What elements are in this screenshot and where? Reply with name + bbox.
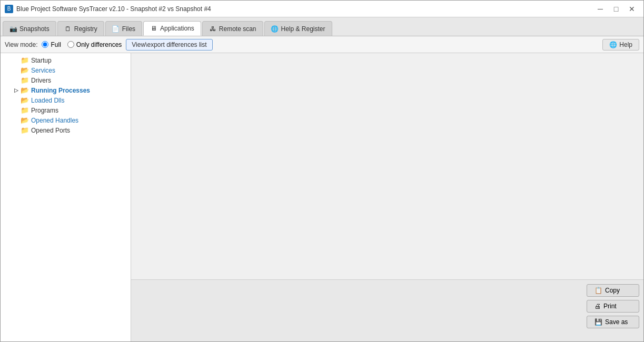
copy-label: Copy [605, 287, 620, 294]
window-controls: ─ □ ✕ [593, 4, 639, 14]
sidebar-item-services[interactable]: 📂Services [1, 65, 131, 75]
help-tab-label: Help & Register [281, 25, 325, 33]
sidebar-item-startup[interactable]: 📁Startup [1, 55, 131, 65]
sidebar-item-label-programs: Programs [31, 107, 58, 114]
folder-icon: 📂 [21, 116, 29, 124]
expand-icon [13, 57, 19, 64]
sidebar-item-label-startup: Startup [31, 57, 52, 64]
applications-tab-label: Applications [160, 25, 194, 32]
main-content: 📁Startup📂Services📁Drivers▷📂Running Proce… [1, 53, 643, 342]
sidebar-item-label-drivers: Drivers [31, 77, 51, 84]
view-mode-group: Full Only differences [42, 41, 122, 48]
remote-scan-tab-label: Remote scan [219, 25, 256, 33]
save-as-label: Save as [605, 318, 628, 326]
folder-icon: 📂 [21, 96, 29, 104]
tab-remote-scan[interactable]: 🖧Remote scan [202, 21, 263, 36]
sidebar-item-running-processes[interactable]: ▷📂Running Processes [1, 85, 131, 95]
sidebar-item-loaded-dlls[interactable]: 📂Loaded Dlls [1, 95, 131, 105]
help-icon: 🌐 [609, 41, 617, 48]
sidebar-item-programs[interactable]: 📁Programs [1, 105, 131, 115]
folder-icon: 📁 [21, 106, 29, 114]
expand-icon [13, 127, 19, 134]
diff-radio[interactable]: Only differences [67, 41, 122, 48]
full-radio-label: Full [51, 41, 61, 48]
sidebar-item-opened-ports[interactable]: 📁Opened Ports [1, 125, 131, 135]
folder-icon: 📂 [21, 86, 29, 94]
remote-scan-tab-icon: 🖧 [209, 25, 216, 33]
save-icon: 💾 [595, 318, 602, 326]
expand-icon [13, 97, 19, 104]
folder-icon: 📁 [21, 126, 29, 134]
folder-icon: 📁 [21, 76, 29, 84]
detail-panel: 📋 Copy 🖨 Print 💾 Save as [131, 279, 643, 342]
registry-tab-label: Registry [74, 25, 97, 33]
expand-icon [13, 107, 19, 114]
expand-icon: ▷ [13, 87, 19, 94]
sidebar-item-label-opened-ports: Opened Ports [31, 127, 70, 134]
tab-applications[interactable]: 🖥Applications [143, 21, 201, 36]
help-tab-icon: 🌐 [271, 25, 279, 33]
print-button[interactable]: 🖨 Print [587, 300, 639, 313]
table-area: 📋 Copy 🖨 Print 💾 Save as [131, 53, 643, 342]
tab-registry[interactable]: 🗒Registry [57, 21, 104, 36]
expand-icon [13, 117, 19, 124]
expand-icon [13, 67, 19, 74]
folder-icon: 📂 [21, 66, 29, 74]
action-buttons: 📋 Copy 🖨 Print 💾 Save as [587, 284, 639, 328]
sidebar-item-label-loaded-dlls: Loaded Dlls [31, 97, 64, 104]
help-button[interactable]: 🌐 Help [602, 39, 639, 51]
print-icon: 🖨 [595, 303, 601, 310]
tabbar: 📷Snapshots🗒Registry📄Files🖥Applications🖧R… [1, 17, 643, 36]
diff-radio-label: Only differences [76, 41, 122, 48]
folder-icon: 📁 [21, 56, 29, 64]
expand-icon [13, 77, 19, 84]
view-mode-label: View mode: [5, 41, 37, 48]
table-scroll[interactable] [131, 53, 643, 279]
sidebar: 📁Startup📂Services📁Drivers▷📂Running Proce… [1, 53, 131, 342]
maximize-button[interactable]: □ [609, 4, 623, 14]
diff-radio-input[interactable] [67, 41, 74, 48]
tab-files[interactable]: 📄Files [105, 21, 142, 36]
sidebar-item-drivers[interactable]: 📁Drivers [1, 75, 131, 85]
help-button-label: Help [619, 41, 632, 48]
close-button[interactable]: ✕ [625, 4, 639, 14]
snapshots-tab-icon: 📷 [9, 25, 17, 33]
files-tab-icon: 📄 [112, 25, 120, 33]
registry-tab-icon: 🗒 [64, 25, 72, 33]
full-radio[interactable]: Full [42, 41, 61, 48]
sidebar-item-label-opened-handles: Opened Handles [31, 117, 78, 124]
titlebar: B Blue Project Software SysTracer v2.10 … [1, 1, 643, 17]
tab-help[interactable]: 🌐Help & Register [264, 21, 332, 36]
copy-icon: 📋 [595, 287, 602, 294]
toolbar: View mode: Full Only differences View\ex… [1, 36, 643, 53]
sidebar-item-label-services: Services [31, 67, 55, 74]
minimize-button[interactable]: ─ [593, 4, 608, 14]
tab-snapshots[interactable]: 📷Snapshots [3, 21, 56, 36]
export-button[interactable]: View\export differences list [126, 39, 212, 51]
files-tab-label: Files [122, 25, 135, 33]
sidebar-item-label-running-processes: Running Processes [31, 87, 90, 94]
app-icon: B [5, 5, 13, 13]
window-title: Blue Project Software SysTracer v2.10 - … [16, 5, 593, 13]
snapshots-tab-label: Snapshots [19, 25, 49, 33]
applications-tab-icon: 🖥 [150, 25, 157, 32]
copy-button[interactable]: 📋 Copy [587, 284, 639, 297]
print-label: Print [603, 303, 617, 310]
save-as-button[interactable]: 💾 Save as [587, 316, 639, 328]
full-radio-input[interactable] [42, 41, 48, 48]
sidebar-item-opened-handles[interactable]: 📂Opened Handles [1, 115, 131, 125]
